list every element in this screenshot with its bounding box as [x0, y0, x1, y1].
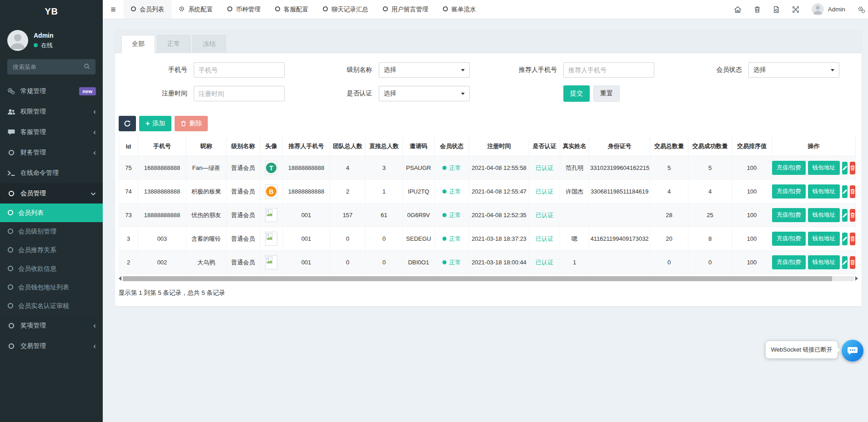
- recharge-button[interactable]: 充值/扣费: [772, 208, 805, 222]
- add-button[interactable]: + 添加: [139, 116, 171, 131]
- filter-select-会员状态[interactable]: 选择: [748, 62, 839, 78]
- sidebar-item-label: 会员管理: [20, 189, 85, 198]
- delete-row-button[interactable]: [850, 233, 855, 245]
- table-row: 7413888888888积极的板凳普通会员B1888888888821IPU2…: [119, 180, 856, 204]
- topnav-user[interactable]: Admin: [812, 3, 845, 15]
- status-tab-冻结[interactable]: 冻结: [192, 35, 226, 53]
- trade-success-cell: 4: [688, 180, 732, 204]
- phone-cell: 16888888888: [138, 156, 186, 180]
- column-header-手机号: 手机号: [138, 137, 186, 156]
- sidebar-subitem-会员钱包地址列表[interactable]: 会员钱包地址列表: [0, 278, 103, 297]
- trade-success-cell: 25: [688, 204, 732, 227]
- filter-input-注册时间[interactable]: [194, 86, 285, 101]
- trade-sort-cell: 100: [732, 251, 772, 274]
- verified-cell: 已认证: [529, 180, 560, 204]
- search-icon[interactable]: [84, 63, 90, 71]
- wallet-address-button[interactable]: 钱包地址: [808, 255, 840, 269]
- recharge-button[interactable]: 充值/扣费: [772, 161, 805, 175]
- sidebar-item-trade[interactable]: 交易管理‹: [0, 336, 103, 356]
- horizontal-scrollbar[interactable]: [119, 276, 858, 281]
- nav-tab-币种管理[interactable]: 币种管理: [220, 0, 268, 19]
- circle-icon: [8, 247, 13, 254]
- comment-icon: [7, 129, 15, 135]
- nav-tab-系统配置[interactable]: 系统配置: [171, 0, 220, 19]
- settings-icon[interactable]: [858, 6, 865, 13]
- trade-total-cell: 28: [650, 204, 688, 227]
- edit-button[interactable]: [842, 162, 848, 174]
- edit-button[interactable]: [842, 185, 848, 198]
- edit-button[interactable]: [842, 233, 848, 245]
- sidebar-subitem-会员收款信息[interactable]: 会员收款信息: [0, 259, 103, 278]
- delete-row-button[interactable]: [850, 209, 855, 222]
- status-tab-正常[interactable]: 正常: [157, 35, 191, 53]
- chat-widget-button[interactable]: [842, 340, 863, 362]
- sidebar-item-permission[interactable]: 权限管理‹: [0, 101, 103, 122]
- nav-tabs: 会员列表系统配置币种管理客服配置聊天记录汇总用户留言管理账单流水: [124, 0, 483, 19]
- invite-code-cell: PSAUGR: [403, 156, 435, 180]
- scrollbar-track[interactable]: [123, 276, 854, 281]
- edit-button[interactable]: [842, 256, 848, 269]
- filter-select-是否认证[interactable]: 选择: [379, 86, 470, 101]
- filter-input-手机号[interactable]: [194, 62, 285, 78]
- level-cell: 普通会员: [226, 227, 260, 251]
- user-panel: Admin 在线: [0, 23, 103, 56]
- sidebar-search[interactable]: [7, 59, 95, 74]
- delete-row-button[interactable]: [850, 256, 855, 269]
- member-id-cell: 2: [119, 251, 138, 274]
- edit-button[interactable]: [842, 209, 848, 222]
- nav-tab-聊天记录汇总[interactable]: 聊天记录汇总: [316, 0, 376, 19]
- home-icon[interactable]: [734, 6, 742, 13]
- sidebar-toggle-icon[interactable]: ≡: [103, 0, 124, 19]
- wallet-address-button[interactable]: 钱包地址: [808, 208, 840, 222]
- delete-row-button[interactable]: [850, 185, 855, 198]
- clear-cache-icon[interactable]: [773, 6, 780, 13]
- status-tab-全部[interactable]: 全部: [121, 35, 155, 53]
- sidebar-subitem-会员级别管理[interactable]: 会员级别管理: [0, 222, 103, 241]
- pencil-icon: [842, 236, 848, 242]
- nav-tab-账单流水[interactable]: 账单流水: [436, 0, 483, 19]
- sidebar-item-award[interactable]: 奖项管理‹: [0, 315, 103, 336]
- nav-tab-label: 币种管理: [236, 5, 261, 14]
- nav-tab-用户留言管理[interactable]: 用户留言管理: [376, 0, 436, 19]
- filter-select-级别名称[interactable]: 选择: [379, 62, 470, 78]
- status-cell: 正常: [435, 251, 469, 274]
- recharge-button[interactable]: 充值/扣费: [772, 232, 805, 246]
- sidebar-item-service[interactable]: 客服管理‹: [0, 122, 103, 142]
- delete-button[interactable]: 删除: [175, 116, 208, 131]
- sidebar-item-finance[interactable]: 财务管理‹: [0, 142, 103, 163]
- column-header-头像: 头像: [260, 137, 283, 156]
- sidebar-item-member[interactable]: 会员管理: [0, 183, 103, 204]
- pencil-icon: [842, 189, 848, 194]
- status-cell: 正常: [435, 227, 469, 251]
- filter-group-级别名称: 级别名称选择: [304, 62, 489, 78]
- action-buttons: 充值/扣费钱包地址: [773, 255, 854, 269]
- scrollbar-thumb[interactable]: [123, 276, 832, 281]
- scroll-left-icon[interactable]: [119, 276, 121, 281]
- wallet-address-button[interactable]: 钱包地址: [808, 232, 840, 246]
- gears-icon: [7, 88, 15, 94]
- nav-tab-会员列表[interactable]: 会员列表: [124, 0, 171, 19]
- menu-search-input[interactable]: [13, 64, 76, 70]
- actions-cell: 充值/扣费钱包地址: [772, 204, 856, 227]
- wallet-address-button[interactable]: 钱包地址: [808, 184, 840, 199]
- circle-icon: [383, 6, 388, 13]
- recharge-button[interactable]: 充值/扣费: [772, 184, 805, 199]
- submit-button[interactable]: 提交: [563, 85, 590, 102]
- recharge-button[interactable]: 充值/扣费: [772, 255, 805, 269]
- wallet-address-button[interactable]: 钱包地址: [808, 161, 840, 175]
- sidebar-subitem-会员推荐关系[interactable]: 会员推荐关系: [0, 241, 103, 259]
- refresh-button[interactable]: [119, 116, 136, 131]
- sidebar-subitem-会员列表[interactable]: 会员列表: [0, 204, 103, 222]
- nav-tab-客服配置[interactable]: 客服配置: [268, 0, 316, 19]
- trash-icon[interactable]: [754, 6, 761, 13]
- id-card-cell: 411621199409173032: [589, 227, 650, 251]
- sidebar-subitem-会员实名认证审核[interactable]: 会员实名认证审核: [0, 297, 103, 315]
- filter-input-推荐人手机号[interactable]: [563, 62, 654, 78]
- fullscreen-icon[interactable]: [792, 6, 799, 13]
- delete-row-button[interactable]: [850, 162, 855, 174]
- caret-down-icon: [831, 69, 834, 71]
- scroll-right-icon[interactable]: [855, 276, 858, 281]
- sidebar-item-online-command[interactable]: 在线命令管理: [0, 163, 103, 183]
- sidebar-item-general[interactable]: 常规管理new: [0, 81, 103, 101]
- reset-button[interactable]: 重置: [593, 85, 620, 102]
